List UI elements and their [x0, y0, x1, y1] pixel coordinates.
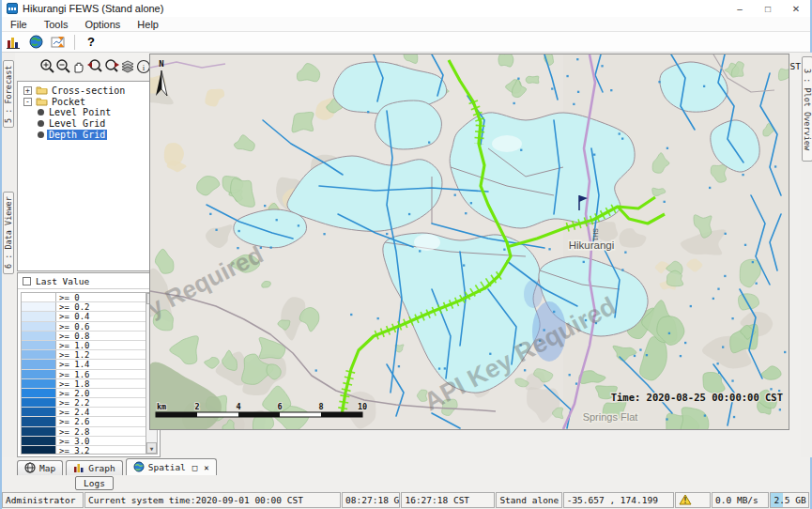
town-label: Hikurangi — [569, 239, 615, 251]
scroll-down-icon[interactable]: ▼ — [146, 442, 157, 454]
legend-swatch — [22, 398, 56, 407]
legend-value: >= 1.8 — [56, 379, 90, 388]
legend-swatch — [22, 427, 56, 436]
bullet-icon — [38, 131, 44, 138]
tree-item-label[interactable]: Pocket — [50, 97, 87, 107]
scale-tick: 4 — [236, 402, 240, 411]
status-warning-icon: ! — [675, 492, 711, 508]
tab-graph[interactable]: Graph — [66, 460, 123, 475]
legend-value: >= 1.0 — [56, 341, 90, 349]
last-value-checkbox[interactable] — [23, 277, 31, 285]
legend-value: >= 0.4 — [56, 312, 90, 320]
data-viewer-panel: +Cross-section-PocketLevel PointLevel Gr… — [17, 80, 161, 457]
legend-swatch — [22, 417, 56, 425]
legend-swatch — [22, 389, 56, 397]
side-tab-plot-overview[interactable]: 3 : Plot Overview — [802, 56, 812, 162]
legend-value: >= 1.6 — [56, 370, 90, 378]
menu-bar: FileToolsOptionsHelp — [2, 17, 810, 32]
side-tab-forecast[interactable]: 5 : Forecast — [3, 60, 14, 128]
collapse-icon[interactable]: - — [23, 98, 32, 106]
legend-value: >= 2.4 — [56, 408, 90, 416]
legend-panel: Last Value >= 0>= 0.2>= 0.4>= 0.6>= 0.8>… — [17, 272, 161, 457]
tab-label: Map — [39, 463, 55, 473]
close-button[interactable]: ✕ — [782, 0, 810, 17]
maximize-button[interactable]: □ — [754, 0, 782, 17]
tab-label: Graph — [88, 463, 115, 473]
status-bar: AdministratorCurrent system time:2020-09… — [2, 491, 810, 509]
import-data-button[interactable] — [47, 33, 69, 52]
zoom-previous-button[interactable] — [86, 56, 103, 77]
locality-label: Springs Flat — [583, 411, 638, 423]
menu-tools[interactable]: Tools — [36, 17, 77, 31]
tree-item-depth-grid[interactable]: Depth Grid — [18, 129, 160, 140]
tree-item-label[interactable]: Level Grid — [47, 118, 107, 129]
legend-swatch — [22, 293, 56, 301]
legend-value: >= 2.8 — [56, 427, 90, 436]
tree-item-label[interactable]: Level Point — [47, 107, 113, 117]
legend-row: >= 2.6 — [22, 417, 146, 426]
zoom-out-button[interactable] — [55, 56, 71, 77]
expand-icon[interactable]: + — [23, 86, 32, 95]
legend-value: >= 0.2 — [56, 302, 90, 311]
tab-spatial[interactable]: Spatial□✕ — [126, 458, 217, 475]
legend-row: >= 1.6 — [22, 370, 146, 379]
status-cell-8: 2.5 GB — [770, 492, 809, 508]
legend-swatch — [22, 332, 56, 340]
zoom-in-button[interactable] — [39, 56, 55, 77]
status-cell-7: 0.0 MB/s — [712, 492, 769, 508]
menu-options[interactable]: Options — [76, 17, 129, 31]
status-cell-2: 08:27:18 GMT — [342, 492, 400, 508]
map-time-label: Time: 2020-08-25 00:00:00 CST — [611, 392, 783, 403]
tree-item-level-grid[interactable]: Level Grid — [18, 118, 160, 130]
spatial-display-button[interactable] — [24, 33, 47, 52]
left-tab-strip: 5 : Forecast6 : Data Viewer — [2, 53, 15, 457]
legend-value: >= 0.6 — [56, 322, 90, 331]
layers-button[interactable] — [120, 56, 136, 77]
tree-item-label[interactable]: Depth Grid — [47, 130, 107, 140]
legend-row: >= 1.2 — [22, 350, 146, 360]
tab-maximize-icon[interactable]: □ — [192, 463, 197, 472]
legend-swatch — [22, 312, 56, 320]
legend-value: >= 1.2 — [56, 350, 90, 359]
legend-value: >= 0 — [56, 293, 80, 301]
side-tab-data-viewer[interactable]: 6 : Data Viewer — [3, 192, 14, 274]
legend-row: >= 2.8 — [22, 427, 146, 437]
folder-icon — [34, 96, 50, 108]
tree-item-level-point[interactable]: Level Point — [18, 107, 160, 118]
help-button[interactable]: ? — [80, 33, 102, 52]
database-display-button[interactable] — [2, 33, 24, 52]
svg-text:!: ! — [683, 497, 688, 505]
application-window: Hikurangi FEWS (Stand alone) – □ ✕ FileT… — [0, 0, 812, 509]
tab-map[interactable]: Map — [17, 460, 63, 475]
tree-item-pocket[interactable]: -Pocket — [18, 97, 160, 108]
legend-swatch — [22, 322, 56, 331]
legend-row: >= 2.0 — [22, 389, 146, 398]
app-icon — [7, 3, 18, 14]
legend-row: >= 0.2 — [22, 302, 146, 312]
tree-item-cross-section[interactable]: +Cross-section — [18, 85, 160, 97]
menu-file[interactable]: File — [2, 17, 36, 31]
legend-row: >= 0 — [22, 293, 146, 302]
legend-swatch — [22, 408, 56, 416]
spatial-map[interactable]: API Key Required API Key Required Hikura… — [149, 54, 789, 430]
tab-close-icon[interactable]: ✕ — [204, 463, 208, 472]
south-tab-bar: MapGraphSpatial□✕ — [2, 457, 810, 475]
legend-swatch — [22, 341, 56, 349]
menu-help[interactable]: Help — [129, 17, 167, 31]
legend-value: >= 2.2 — [56, 398, 90, 407]
legend-swatch — [22, 370, 56, 378]
logs-row: Logs — [2, 475, 810, 491]
svg-text:i: i — [143, 62, 146, 71]
legend-swatch — [22, 437, 56, 445]
legend-table: >= 0>= 0.2>= 0.4>= 0.6>= 0.8>= 1.0>= 1.2… — [21, 292, 146, 455]
road-label: SH1 — [592, 228, 599, 241]
zoom-next-button[interactable] — [103, 56, 120, 77]
legend-row: >= 3.2 — [22, 446, 146, 455]
pan-hand-button[interactable] — [71, 56, 86, 77]
tree-item-label[interactable]: Cross-section — [50, 85, 127, 96]
status-cell-1: Current system time:2020-09-01 00:00 CST — [84, 492, 341, 508]
minimize-button[interactable]: – — [726, 0, 754, 17]
work-area: 5 : Forecast6 : Data Viewer 3 : Plot Ove… — [2, 53, 812, 457]
legend-swatch — [22, 446, 56, 455]
logs-button[interactable]: Logs — [75, 476, 114, 490]
